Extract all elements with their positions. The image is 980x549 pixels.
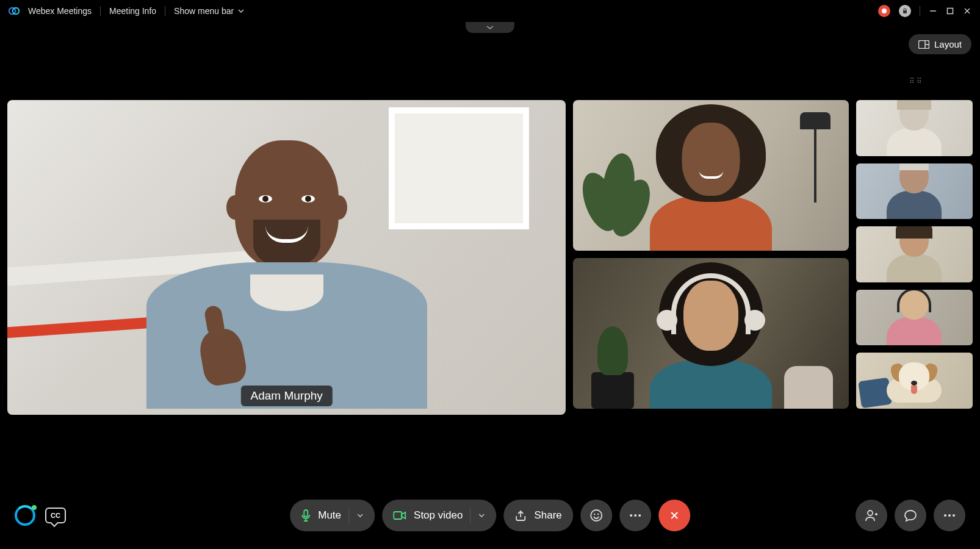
title-bar: Webex Meetings Meeting Info Show menu ba…	[0, 0, 980, 22]
svg-point-15	[638, 514, 641, 517]
reveal-toolbar-button[interactable]	[466, 22, 514, 33]
participant-filmstrip	[856, 100, 973, 409]
video-placeholder	[800, 112, 830, 149]
participants-panel-button[interactable]	[856, 500, 887, 531]
smiley-icon	[589, 509, 603, 522]
lock-icon[interactable]	[899, 5, 911, 17]
layout-icon	[918, 40, 929, 49]
participant-thumbnail[interactable]	[856, 163, 973, 220]
svg-point-10	[591, 510, 602, 521]
chat-icon	[904, 509, 917, 522]
video-placeholder	[784, 366, 833, 409]
video-placeholder	[591, 372, 634, 409]
webex-logo-icon	[9, 5, 20, 16]
chevron-down-icon[interactable]	[478, 512, 485, 519]
participant-tile[interactable]	[573, 258, 849, 409]
more-options-button[interactable]	[619, 500, 651, 531]
maximize-button[interactable]	[946, 7, 954, 15]
chat-panel-button[interactable]	[895, 500, 926, 531]
active-speaker-tile[interactable]: Adam Murphy	[7, 100, 566, 415]
video-placeholder	[884, 290, 945, 346]
svg-point-12	[597, 514, 599, 515]
participant-name-tag: Adam Murphy	[241, 386, 333, 406]
video-placeholder	[884, 226, 945, 282]
show-menu-bar-label: Show menu bar	[174, 6, 234, 16]
secondary-video-column	[573, 100, 849, 409]
svg-point-17	[944, 514, 946, 517]
share-label: Share	[534, 509, 561, 522]
minimize-button[interactable]	[929, 7, 937, 15]
share-icon	[514, 510, 527, 521]
video-camera-icon	[393, 511, 406, 520]
closed-captions-button[interactable]: CC	[45, 508, 66, 523]
svg-rect-2	[903, 10, 907, 13]
video-placeholder	[625, 104, 796, 251]
participant-thumbnail[interactable]	[856, 353, 973, 409]
layout-button-label: Layout	[934, 39, 962, 49]
participant-thumbnail[interactable]	[856, 290, 973, 346]
video-placeholder	[7, 100, 566, 415]
show-menu-bar-button[interactable]: Show menu bar	[174, 6, 245, 16]
svg-rect-8	[304, 510, 308, 517]
video-placeholder	[884, 163, 945, 220]
meeting-controls-bar: CC Mute Stop video	[0, 482, 980, 549]
separator	[920, 6, 920, 16]
video-stage: Adam Murphy	[7, 100, 973, 409]
chevron-down-icon[interactable]	[356, 512, 364, 519]
participant-tile[interactable]	[573, 100, 849, 251]
meeting-info-button[interactable]: Meeting Info	[109, 6, 156, 16]
close-button[interactable]	[963, 7, 971, 15]
cc-label: CC	[51, 512, 60, 519]
participant-thumbnail[interactable]	[856, 100, 973, 156]
assistant-icon[interactable]	[15, 505, 35, 526]
participants-icon	[865, 509, 878, 522]
video-placeholder	[884, 100, 945, 156]
reactions-button[interactable]	[580, 500, 612, 531]
video-placeholder	[632, 262, 790, 409]
ellipsis-icon	[629, 514, 641, 517]
mute-button[interactable]: Mute	[290, 500, 375, 531]
participant-thumbnail[interactable]	[856, 226, 973, 282]
app-name: Webex Meetings	[28, 6, 92, 16]
svg-point-13	[630, 514, 632, 517]
svg-point-14	[634, 514, 636, 517]
chevron-down-icon	[237, 7, 245, 15]
svg-point-18	[948, 514, 951, 517]
chevron-down-icon	[486, 24, 494, 30]
close-icon	[669, 510, 680, 521]
ellipsis-icon	[943, 514, 956, 517]
separator	[165, 6, 165, 16]
separator	[100, 6, 101, 16]
svg-rect-4	[948, 9, 953, 14]
svg-point-19	[953, 514, 955, 517]
end-meeting-button[interactable]	[658, 500, 690, 531]
microphone-icon	[301, 509, 311, 522]
stop-video-button[interactable]: Stop video	[382, 500, 496, 531]
mute-label: Mute	[318, 509, 341, 522]
layout-button[interactable]: Layout	[909, 34, 971, 54]
filmstrip-drag-handle[interactable]: ⠿⠿	[909, 77, 928, 85]
panel-options-button[interactable]	[934, 500, 965, 531]
recording-indicator-icon[interactable]	[878, 5, 890, 17]
svg-rect-9	[394, 512, 402, 519]
share-button[interactable]: Share	[503, 500, 572, 531]
video-placeholder	[881, 360, 948, 409]
stop-video-label: Stop video	[414, 509, 463, 522]
svg-point-16	[868, 511, 873, 515]
svg-point-11	[594, 514, 595, 515]
